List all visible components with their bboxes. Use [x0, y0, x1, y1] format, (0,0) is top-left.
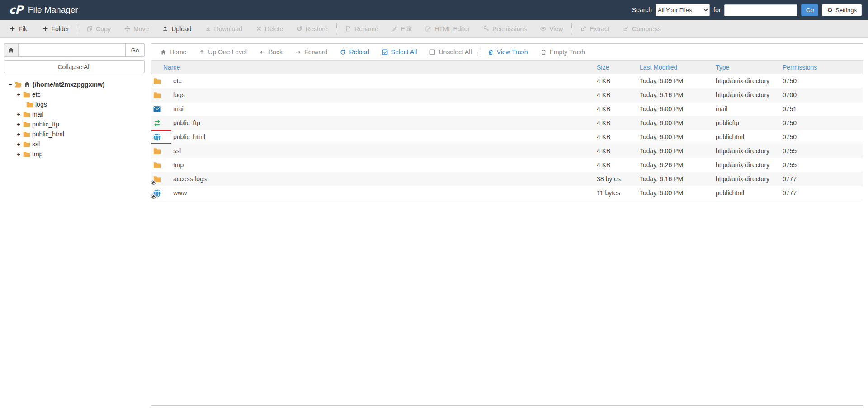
upload-icon [162, 26, 168, 32]
search-input[interactable] [724, 4, 797, 16]
path-go-button[interactable]: Go [126, 43, 145, 57]
file-name[interactable]: www [171, 186, 595, 200]
tree-item-label: mail [32, 111, 44, 118]
tree-item-public-ftp[interactable]: +public_ftp [4, 119, 145, 129]
path-home-button[interactable] [4, 43, 18, 57]
file-name[interactable]: mail [171, 102, 595, 116]
nav-forward-button[interactable]: Forward [289, 48, 334, 56]
tree-item-mail[interactable]: +mail [4, 109, 145, 119]
column-header-last-modified[interactable]: Last Modified [638, 61, 714, 74]
tree-item-logs[interactable]: logs [4, 99, 145, 109]
expand-toggle-icon[interactable]: + [16, 131, 21, 138]
toolbar-view-button: View [533, 20, 570, 37]
folder-icon [23, 121, 30, 128]
permissions-icon [483, 26, 489, 32]
file-row-www[interactable]: www11 bytesToday, 6:00 PMpublichtml0777 [151, 186, 863, 200]
nav-home-button[interactable]: Home [154, 48, 193, 56]
file-modified: Today, 6:16 PM [638, 172, 714, 186]
file-icon-cell [151, 172, 171, 186]
file-row-public-html[interactable]: public_html4 KBToday, 6:00 PMpublichtml0… [151, 130, 863, 144]
toolbar-upload-button[interactable]: Upload [156, 20, 198, 37]
file-row-etc[interactable]: etc4 KBToday, 6:09 PMhttpd/unix-director… [151, 74, 863, 88]
toolbar-html-editor-button: HTML Editor [419, 20, 476, 37]
toolbar-file-button[interactable]: File [3, 20, 36, 37]
file-modified: Today, 6:00 PM [638, 144, 714, 158]
file-modified: Today, 6:00 PM [638, 116, 714, 130]
file-name[interactable]: etc [171, 74, 595, 88]
tree-item-label: public_ftp [32, 121, 59, 128]
file-type: httpd/unix-directory [714, 88, 781, 102]
file-modified: Today, 6:00 PM [638, 102, 714, 116]
file-icon-cell [151, 116, 171, 130]
toolbar-file-label: File [19, 25, 29, 33]
file-name[interactable]: access-logs [171, 172, 595, 186]
globe-icon [153, 133, 161, 141]
file-row-logs[interactable]: logs4 KBToday, 6:16 PMhttpd/unix-directo… [151, 88, 863, 102]
nav-up-one-level-button[interactable]: Up One Level [193, 48, 253, 56]
tree-item-public-html[interactable]: +public_html [4, 129, 145, 139]
file-row-public-ftp[interactable]: public_ftp4 KBToday, 6:00 PMpublicftp075… [151, 116, 863, 130]
nav-empty-trash-button[interactable]: Empty Trash [534, 48, 592, 56]
main-toolbar: FileFolderCopyMoveUploadDownloadDelete↺R… [0, 20, 868, 38]
file-name[interactable]: logs [171, 88, 595, 102]
toolbar-copy-button: Copy [80, 20, 118, 37]
file-icon-cell [151, 158, 171, 172]
path-input[interactable] [18, 43, 126, 57]
file-row-access-logs[interactable]: access-logs38 bytesToday, 6:16 PMhttpd/u… [151, 172, 863, 186]
nav-view-trash-button[interactable]: View Trash [481, 48, 534, 56]
collapse-toggle-icon[interactable]: − [8, 81, 13, 88]
expand-toggle-icon[interactable]: + [16, 141, 21, 148]
nav-back-button[interactable]: Back [253, 48, 289, 56]
file-row-ssl[interactable]: ssl4 KBToday, 6:00 PMhttpd/unix-director… [151, 144, 863, 158]
toolbar-extract-label: Extract [590, 25, 609, 33]
tree-item-etc[interactable]: +etc [4, 89, 145, 99]
file-name[interactable]: ssl [171, 144, 595, 158]
settings-button[interactable]: ⚙ Settings [822, 4, 862, 16]
search-scope-select[interactable]: All Your Files [656, 4, 710, 16]
column-header-size[interactable]: Size [595, 61, 638, 74]
tree-item-label: etc [32, 91, 41, 98]
nav-select-all-button[interactable]: Select All [376, 48, 424, 56]
expand-toggle-icon[interactable]: + [16, 111, 21, 118]
collapse-all-button[interactable]: Collapse All [4, 60, 145, 73]
edit-icon [392, 26, 398, 32]
column-header-name[interactable]: Name [151, 61, 595, 74]
tree-item-ssl[interactable]: +ssl [4, 139, 145, 149]
empty-trash-icon [541, 49, 547, 55]
expand-toggle-icon[interactable]: + [16, 121, 21, 128]
expand-toggle-icon[interactable]: + [16, 151, 21, 158]
column-header-permissions[interactable]: Permissions [781, 61, 863, 74]
nav-separator [480, 47, 480, 57]
nav-reload-button[interactable]: Reload [334, 48, 375, 56]
page-title: File Manager [28, 5, 78, 15]
toolbar-html-editor-label: HTML Editor [434, 25, 470, 33]
toolbar-permissions-label: Permissions [492, 25, 527, 33]
rename-icon [345, 26, 351, 32]
tree-root[interactable]: − (/home/nt2mxzpggxmw) [4, 80, 145, 89]
file-name[interactable]: tmp [171, 158, 595, 172]
search-go-button[interactable]: Go [801, 4, 818, 16]
file-row-tmp[interactable]: tmp4 KBToday, 6:26 PMhttpd/unix-director… [151, 158, 863, 172]
nav-view-trash-label: View Trash [497, 48, 528, 56]
file-row-mail[interactable]: mail4 KBToday, 6:00 PMmail0751 [151, 102, 863, 116]
toolbar-view-label: View [549, 25, 563, 33]
toolbar-rename-button: Rename [339, 20, 385, 37]
expand-toggle-icon[interactable]: + [16, 91, 21, 98]
nav-unselect-all-button[interactable]: Unselect All [423, 48, 478, 56]
file-permissions: 0755 [781, 158, 863, 172]
toolbar-folder-button[interactable]: Folder [36, 20, 76, 37]
file-type: mail [714, 102, 781, 116]
column-header-type[interactable]: Type [714, 61, 781, 74]
nav-empty-trash-label: Empty Trash [550, 48, 585, 56]
file-name[interactable]: public_html [171, 130, 595, 144]
file-name[interactable]: public_ftp [171, 116, 595, 130]
file-permissions: 0750 [781, 74, 863, 88]
tree-item-label: public_html [32, 131, 64, 138]
file-size: 11 bytes [595, 186, 638, 200]
toolbar-edit-label: Edit [401, 25, 412, 33]
html-editor-icon [425, 26, 431, 32]
tree-item-tmp[interactable]: +tmp [4, 149, 145, 159]
nav-forward-label: Forward [304, 48, 327, 56]
move-icon [124, 26, 130, 32]
toolbar-upload-label: Upload [171, 25, 191, 33]
